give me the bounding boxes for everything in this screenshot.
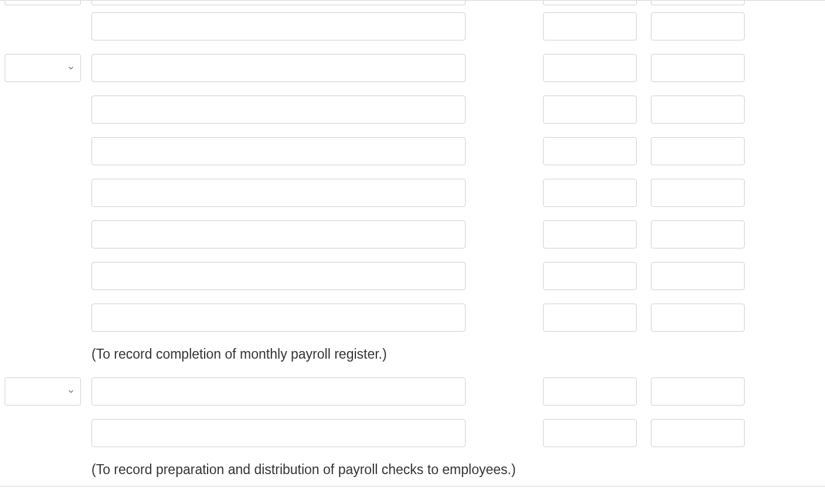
entry-caption: (To record preparation and distribution … — [87, 462, 747, 478]
entry-row — [0, 255, 825, 297]
date-select-partial — [5, 1, 81, 5]
debit-input[interactable] — [543, 12, 637, 40]
description-input[interactable] — [91, 262, 466, 290]
debit-input[interactable] — [543, 137, 637, 165]
caption-row: (To record completion of monthly payroll… — [0, 338, 825, 370]
entry-row — [0, 370, 825, 412]
debit-input[interactable] — [543, 419, 637, 447]
description-input[interactable] — [91, 137, 466, 165]
description-input[interactable] — [91, 419, 466, 447]
partial-row-top — [0, 1, 825, 5]
entry-caption: (To record completion of monthly payroll… — [87, 346, 747, 362]
credit-input[interactable] — [651, 304, 745, 332]
debit-input[interactable] — [543, 179, 637, 207]
debit-input-partial — [543, 1, 637, 5]
description-input-partial — [91, 1, 466, 5]
description-input[interactable] — [91, 377, 466, 406]
caption-row: (To record preparation and distribution … — [0, 454, 825, 486]
entry-row — [0, 5, 825, 47]
date-select[interactable] — [5, 54, 81, 82]
credit-input[interactable] — [651, 96, 745, 124]
credit-input[interactable] — [651, 262, 745, 290]
description-input[interactable] — [91, 12, 466, 40]
credit-input[interactable] — [651, 54, 745, 82]
credit-input[interactable] — [651, 377, 745, 406]
debit-input[interactable] — [543, 54, 637, 82]
credit-input[interactable] — [651, 419, 745, 447]
entry-row — [0, 213, 825, 255]
credit-input[interactable] — [651, 137, 745, 165]
description-input[interactable] — [91, 96, 466, 124]
description-input[interactable] — [91, 304, 466, 332]
entry-row — [0, 412, 825, 454]
debit-input[interactable] — [543, 220, 637, 248]
debit-input[interactable] — [543, 96, 637, 124]
entry-row — [0, 297, 825, 338]
description-input[interactable] — [91, 220, 466, 248]
date-select[interactable] — [5, 377, 81, 406]
credit-input[interactable] — [651, 12, 745, 40]
journal-entry-form: (To record completion of monthly payroll… — [0, 0, 825, 486]
entry-row — [0, 130, 825, 172]
debit-input[interactable] — [543, 377, 637, 406]
entry-row — [0, 88, 825, 130]
credit-input[interactable] — [651, 179, 745, 207]
entry-row — [0, 47, 825, 88]
credit-input[interactable] — [651, 220, 745, 248]
description-input[interactable] — [91, 179, 466, 207]
debit-input[interactable] — [543, 304, 637, 332]
credit-input-partial — [651, 1, 745, 5]
description-input[interactable] — [91, 54, 466, 82]
debit-input[interactable] — [543, 262, 637, 290]
entry-row — [0, 172, 825, 213]
